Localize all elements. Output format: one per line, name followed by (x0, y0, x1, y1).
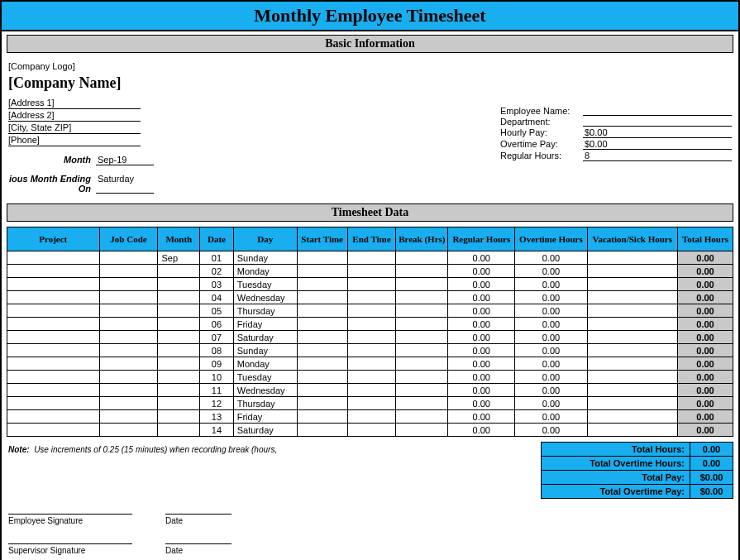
cell-project[interactable] (7, 371, 100, 384)
cell-vacation[interactable] (587, 371, 677, 384)
cell-end[interactable] (347, 331, 396, 344)
hourly-pay-value[interactable]: $0.00 (583, 127, 732, 138)
cell-start[interactable] (297, 371, 347, 384)
cell-start[interactable] (297, 397, 347, 410)
cell-start[interactable] (297, 278, 347, 291)
cell-project[interactable] (7, 251, 100, 265)
cell-vacation[interactable] (587, 384, 677, 397)
cell-end[interactable] (347, 384, 396, 397)
cell-jobcode[interactable] (99, 265, 158, 278)
cell-jobcode[interactable] (99, 424, 158, 437)
cell-project[interactable] (7, 384, 100, 397)
cell-break[interactable] (396, 424, 448, 437)
cell-jobcode[interactable] (99, 344, 158, 357)
phone[interactable]: [Phone] (8, 134, 141, 146)
cell-project[interactable] (7, 304, 100, 318)
cell-jobcode[interactable] (99, 410, 158, 424)
supervisor-signature-line[interactable]: Supervisor Signature (8, 543, 132, 555)
cell-end[interactable] (347, 371, 396, 384)
cell-break[interactable] (396, 371, 448, 384)
cell-month (158, 331, 200, 344)
cell-break[interactable] (396, 278, 448, 291)
cell-end[interactable] (347, 304, 396, 318)
cell-project[interactable] (7, 410, 100, 424)
cell-vacation[interactable] (587, 291, 677, 304)
cell-break[interactable] (396, 251, 448, 265)
address-line-1[interactable]: [Address 1] (8, 97, 141, 109)
cell-project[interactable] (7, 278, 100, 291)
cell-vacation[interactable] (587, 278, 677, 291)
cell-break[interactable] (396, 410, 448, 424)
cell-vacation[interactable] (587, 318, 677, 331)
cell-project[interactable] (7, 331, 100, 344)
city-state-zip[interactable]: [City, State ZIP] (8, 122, 141, 134)
cell-break[interactable] (396, 344, 448, 357)
cell-break[interactable] (396, 331, 448, 344)
month-value[interactable]: Sep-19 (96, 155, 154, 165)
employee-signature-date[interactable]: Date (165, 514, 232, 525)
cell-end[interactable] (347, 344, 396, 357)
cell-project[interactable] (7, 357, 100, 371)
cell-break[interactable] (396, 318, 448, 331)
cell-jobcode[interactable] (99, 384, 158, 397)
cell-vacation[interactable] (587, 424, 677, 437)
cell-start[interactable] (297, 331, 347, 344)
cell-start[interactable] (297, 410, 347, 424)
employee-name-value[interactable] (583, 106, 732, 116)
supervisor-signature-date[interactable]: Date (165, 543, 232, 555)
cell-end[interactable] (347, 265, 396, 278)
cell-break[interactable] (396, 397, 448, 410)
cell-vacation[interactable] (587, 265, 677, 278)
cell-project[interactable] (7, 265, 100, 278)
cell-jobcode[interactable] (99, 291, 158, 304)
cell-project[interactable] (7, 424, 100, 437)
cell-project[interactable] (7, 318, 100, 331)
cell-project[interactable] (7, 344, 100, 357)
cell-vacation[interactable] (587, 304, 677, 318)
cell-end[interactable] (347, 318, 396, 331)
cell-jobcode[interactable] (99, 318, 158, 331)
cell-end[interactable] (347, 251, 396, 265)
cell-end[interactable] (347, 410, 396, 424)
cell-break[interactable] (396, 357, 448, 371)
cell-break[interactable] (396, 304, 448, 318)
cell-vacation[interactable] (587, 357, 677, 371)
cell-jobcode[interactable] (99, 331, 158, 344)
cell-start[interactable] (297, 344, 347, 357)
month-ending-value[interactable]: Saturday (96, 174, 154, 194)
cell-start[interactable] (297, 265, 347, 278)
cell-end[interactable] (347, 291, 396, 304)
cell-vacation[interactable] (587, 397, 677, 410)
cell-vacation[interactable] (587, 331, 677, 344)
cell-end[interactable] (347, 278, 396, 291)
cell-start[interactable] (297, 318, 347, 331)
cell-start[interactable] (297, 357, 347, 371)
cell-vacation[interactable] (587, 410, 677, 424)
regular-hours-value[interactable]: 8 (583, 151, 732, 161)
overtime-pay-value[interactable]: $0.00 (583, 139, 732, 150)
department-value[interactable] (583, 117, 732, 127)
cell-end[interactable] (347, 424, 396, 437)
cell-jobcode[interactable] (99, 251, 158, 265)
cell-vacation[interactable] (587, 251, 677, 265)
employee-signature-line[interactable]: Employee Signature (8, 514, 132, 525)
cell-project[interactable] (7, 291, 100, 304)
cell-vacation[interactable] (587, 344, 677, 357)
cell-jobcode[interactable] (99, 371, 158, 384)
cell-break[interactable] (396, 265, 448, 278)
address-line-2[interactable]: [Address 2] (8, 109, 141, 122)
cell-jobcode[interactable] (99, 304, 158, 318)
cell-start[interactable] (297, 384, 347, 397)
cell-jobcode[interactable] (99, 278, 158, 291)
cell-jobcode[interactable] (99, 397, 158, 410)
cell-start[interactable] (297, 424, 347, 437)
cell-end[interactable] (347, 397, 396, 410)
cell-jobcode[interactable] (99, 357, 158, 371)
cell-break[interactable] (396, 291, 448, 304)
cell-start[interactable] (297, 291, 347, 304)
cell-project[interactable] (7, 397, 100, 410)
cell-start[interactable] (297, 251, 347, 265)
cell-start[interactable] (297, 304, 347, 318)
cell-break[interactable] (396, 384, 448, 397)
cell-end[interactable] (347, 357, 396, 371)
